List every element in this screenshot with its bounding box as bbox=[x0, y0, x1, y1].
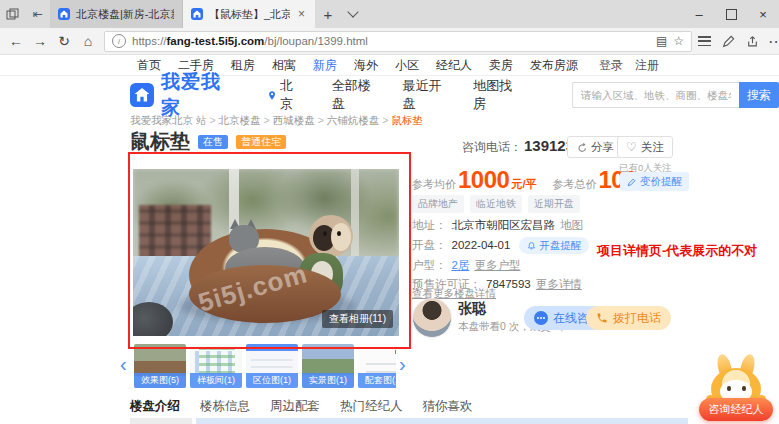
annotation-text: 项目详情页-代表展示的不对 bbox=[597, 242, 757, 260]
brand-logo-icon[interactable] bbox=[130, 82, 154, 108]
search-button[interactable]: 搜索 bbox=[739, 82, 779, 108]
site-info-icon[interactable]: i bbox=[112, 34, 126, 48]
tab-recommendations[interactable]: 猜你喜欢 bbox=[423, 398, 473, 415]
breadcrumb-link[interactable]: 北京楼盘 bbox=[219, 114, 261, 126]
gallery-prev-icon[interactable]: ‹ bbox=[120, 354, 127, 374]
back-icon[interactable]: ← bbox=[4, 33, 28, 49]
tag: 品牌地产 bbox=[412, 195, 464, 213]
heart-icon: ♡ bbox=[626, 140, 637, 154]
layout-link[interactable]: 2居 bbox=[452, 258, 470, 273]
tab-surroundings[interactable]: 周边配套 bbox=[270, 398, 320, 415]
nav-item-sell[interactable]: 卖房 bbox=[489, 57, 513, 74]
bottom-strip bbox=[130, 418, 192, 424]
set-tabs-aside-icon[interactable]: ⇤ bbox=[25, 0, 50, 28]
thumb-real-scene[interactable]: 实景图(1) bbox=[302, 344, 354, 388]
tab-strip: ⇤ 北京楼盘|新房-北京新楼盘房 【鼠标垫】_北京鼠标垫 × + – × bbox=[0, 0, 779, 28]
breadcrumb-link[interactable]: 六铺炕楼盘 bbox=[327, 114, 380, 126]
nav-item-agents[interactable]: 经纪人 bbox=[436, 57, 472, 74]
more-icon[interactable]: ⋯ bbox=[764, 32, 779, 51]
forward-icon[interactable]: → bbox=[28, 33, 52, 49]
agent-name: 张聪 bbox=[458, 300, 486, 318]
header-link-map-search[interactable]: 地图找房 bbox=[473, 77, 520, 113]
thumb-model-room[interactable]: 样板间(1) bbox=[190, 344, 242, 388]
browser-tab-active[interactable]: 【鼠标垫】_北京鼠标垫 × bbox=[183, 0, 315, 28]
browser-toolbar: ← → ↻ ⌂ i https://fang-test.5i5j.com/bj/… bbox=[0, 28, 779, 55]
bell-icon bbox=[527, 241, 536, 251]
hub-icon[interactable] bbox=[692, 36, 716, 46]
share-icon bbox=[576, 142, 587, 153]
detail-row-opening: 开盘： 2022-04-01 开盘提醒 bbox=[412, 237, 589, 254]
refresh-icon[interactable]: ↻ bbox=[52, 33, 76, 49]
city-selector[interactable]: 北京 bbox=[267, 77, 304, 113]
reading-view-icon[interactable]: ▤ bbox=[656, 34, 667, 48]
browser-tab-inactive[interactable]: 北京楼盘|新房-北京新楼盘房 bbox=[50, 0, 183, 28]
map-link[interactable]: 地图 bbox=[560, 218, 583, 233]
thumb-renderings[interactable]: 效果图(5) bbox=[134, 344, 186, 388]
view-album-button[interactable]: 查看相册(11) bbox=[322, 310, 393, 328]
nav-item-home[interactable]: 首页 bbox=[137, 57, 161, 74]
thumb-location-map[interactable]: 区位图(1) bbox=[246, 344, 298, 388]
site-nav: 首页 二手房 租房 相寓 新房 海外 小区 经纪人 卖房 发布房源 登录 注册 bbox=[0, 55, 779, 76]
nav-item-community[interactable]: 小区 bbox=[395, 57, 419, 74]
breadcrumb-link[interactable]: 我爱我家北京 站 bbox=[130, 114, 206, 126]
consult-agent-button[interactable]: 咨询经纪人 bbox=[699, 398, 773, 421]
avg-price: 1000 bbox=[458, 166, 509, 194]
address-bar[interactable]: i https://fang-test.5i5j.com/bj/loupan/1… bbox=[104, 31, 692, 52]
close-tab-icon[interactable]: × bbox=[296, 7, 307, 21]
favicon bbox=[58, 8, 70, 20]
home-icon[interactable]: ⌂ bbox=[76, 33, 100, 49]
tab-project-intro[interactable]: 楼盘介绍 bbox=[130, 398, 180, 415]
chat-icon bbox=[534, 311, 548, 325]
tag: 近期开盘 bbox=[528, 195, 580, 213]
nav-item-xiangyu[interactable]: 相寓 bbox=[272, 57, 296, 74]
breadcrumb-current: 鼠标垫 bbox=[391, 114, 423, 126]
location-pin-icon bbox=[267, 89, 277, 102]
share-button[interactable]: 分享 bbox=[567, 136, 623, 158]
tab-title: 【鼠标垫】_北京鼠标垫 bbox=[209, 7, 290, 22]
detail-row-layout: 户型： 2居 更多户型 bbox=[412, 258, 589, 273]
favorite-star-icon[interactable]: ☆ bbox=[673, 34, 684, 48]
breadcrumb-link[interactable]: 西城楼盘 bbox=[273, 114, 315, 126]
gallery-next-icon[interactable]: › bbox=[399, 354, 406, 374]
minimize-button[interactable]: – bbox=[683, 0, 715, 28]
share-icon[interactable] bbox=[740, 35, 764, 48]
nav-item-overseas[interactable]: 海外 bbox=[354, 57, 378, 74]
address-value: 北京市朝阳区宏昌路 bbox=[452, 218, 556, 233]
open-date: 2022-04-01 bbox=[452, 238, 511, 253]
nav-item-post-listing[interactable]: 发布房源 bbox=[530, 57, 578, 74]
tab-building-info[interactable]: 楼栋信息 bbox=[200, 398, 250, 415]
detail-row-address: 地址： 北京市朝阳区宏昌路 地图 bbox=[412, 218, 589, 233]
tab-preview-icon[interactable] bbox=[0, 0, 25, 28]
search-input[interactable] bbox=[572, 82, 739, 108]
annotate-pen-icon[interactable] bbox=[716, 35, 740, 48]
maximize-button[interactable] bbox=[715, 0, 747, 28]
edit-icon bbox=[627, 177, 637, 187]
tab-title: 北京楼盘|新房-北京新楼盘房 bbox=[76, 7, 174, 22]
login-link[interactable]: 登录 bbox=[599, 57, 623, 74]
nav-item-newhomes[interactable]: 新房 bbox=[313, 57, 337, 74]
agent-avatar[interactable] bbox=[412, 298, 452, 338]
call-button[interactable]: 拨打电话 bbox=[586, 306, 671, 330]
bottom-strip bbox=[196, 418, 688, 424]
listing-details: 地址： 北京市朝阳区宏昌路 地图 开盘： 2022-04-01 开盘提醒 户型：… bbox=[412, 218, 589, 296]
favicon bbox=[191, 8, 203, 20]
listing-main-photo[interactable]: 5i5j.com 查看相册(11) bbox=[133, 169, 399, 336]
more-details-link[interactable]: 更多详情 bbox=[536, 277, 582, 292]
close-window-button[interactable]: × bbox=[747, 0, 779, 28]
price-alert-button[interactable]: 变价提醒 bbox=[620, 172, 689, 191]
url-text: https://fang-test.5i5j.com/bj/loupan/139… bbox=[132, 35, 650, 47]
new-tab-button[interactable]: + bbox=[315, 0, 341, 28]
register-link[interactable]: 注册 bbox=[635, 57, 659, 74]
header-link-recent-openings[interactable]: 最近开盘 bbox=[403, 77, 450, 113]
listing-title-row: 鼠标垫 在售 普通住宅 bbox=[130, 128, 286, 155]
follow-button[interactable]: ♡ 关注 bbox=[617, 136, 673, 158]
page-title: 鼠标垫 bbox=[130, 128, 190, 155]
header-link-all-projects[interactable]: 全部楼盘 bbox=[332, 77, 379, 113]
tab-list-chevron-icon[interactable] bbox=[341, 0, 365, 28]
breadcrumb: 我爱我家北京 站>北京楼盘>西城楼盘>六铺炕楼盘>鼠标垫 bbox=[130, 114, 423, 128]
thumb-amenities[interactable]: 配套图(1) bbox=[358, 344, 396, 388]
site-header: 我爱我家 北京 全部楼盘 最近开盘 地图找房 搜索 bbox=[0, 76, 779, 114]
more-layouts-link[interactable]: 更多户型 bbox=[474, 258, 520, 273]
tab-hot-agents[interactable]: 热门经纪人 bbox=[340, 398, 403, 415]
opening-alert-button[interactable]: 开盘提醒 bbox=[519, 237, 589, 254]
